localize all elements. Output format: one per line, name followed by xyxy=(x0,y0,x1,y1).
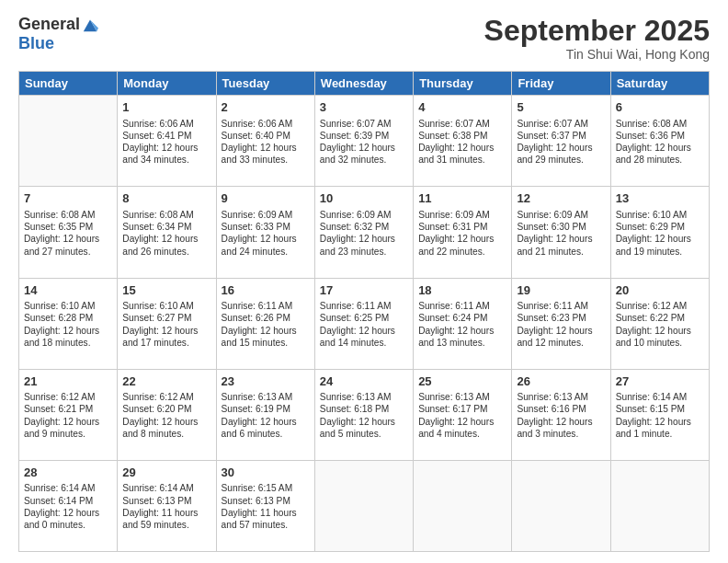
cell-content: Sunrise: 6:09 AM Sunset: 6:33 PM Dayligh… xyxy=(222,209,310,258)
table-cell: 13Sunrise: 6:10 AM Sunset: 6:29 PM Dayli… xyxy=(610,187,709,278)
day-number: 9 xyxy=(222,190,310,207)
cell-content: Sunrise: 6:13 AM Sunset: 6:17 PM Dayligh… xyxy=(418,391,506,440)
day-number: 23 xyxy=(222,373,310,390)
header-tuesday: Tuesday xyxy=(216,72,314,96)
day-number: 19 xyxy=(517,282,605,299)
cell-content: Sunrise: 6:12 AM Sunset: 6:21 PM Dayligh… xyxy=(24,391,112,440)
day-number: 29 xyxy=(122,465,210,481)
day-number: 18 xyxy=(418,282,506,299)
cell-content: Sunrise: 6:13 AM Sunset: 6:16 PM Dayligh… xyxy=(517,391,605,440)
table-cell: 12Sunrise: 6:09 AM Sunset: 6:30 PM Dayli… xyxy=(512,187,610,278)
table-cell: 28Sunrise: 6:14 AM Sunset: 6:14 PM Dayli… xyxy=(19,460,118,551)
day-number: 1 xyxy=(122,99,210,116)
table-cell: 5Sunrise: 6:07 AM Sunset: 6:37 PM Daylig… xyxy=(512,96,610,187)
cell-content: Sunrise: 6:08 AM Sunset: 6:36 PM Dayligh… xyxy=(616,118,704,167)
table-cell: 23Sunrise: 6:13 AM Sunset: 6:19 PM Dayli… xyxy=(216,369,314,460)
header-friday: Friday xyxy=(512,72,610,96)
table-cell: 24Sunrise: 6:13 AM Sunset: 6:18 PM Dayli… xyxy=(314,369,413,460)
table-cell: 1Sunrise: 6:06 AM Sunset: 6:41 PM Daylig… xyxy=(118,96,216,187)
cell-content: Sunrise: 6:11 AM Sunset: 6:26 PM Dayligh… xyxy=(222,300,310,349)
cell-content: Sunrise: 6:07 AM Sunset: 6:37 PM Dayligh… xyxy=(517,118,605,167)
table-cell: 10Sunrise: 6:09 AM Sunset: 6:32 PM Dayli… xyxy=(314,187,413,278)
day-number: 10 xyxy=(320,190,408,207)
month-title: September 2025 xyxy=(484,15,710,47)
day-number: 4 xyxy=(418,99,506,116)
cell-content: Sunrise: 6:10 AM Sunset: 6:29 PM Dayligh… xyxy=(616,209,704,258)
day-number: 26 xyxy=(517,373,605,390)
day-number: 5 xyxy=(517,99,605,116)
logo-blue: Blue xyxy=(18,34,54,53)
cell-content: Sunrise: 6:06 AM Sunset: 6:40 PM Dayligh… xyxy=(222,118,310,167)
cell-content: Sunrise: 6:14 AM Sunset: 6:15 PM Dayligh… xyxy=(616,391,704,440)
cell-content: Sunrise: 6:09 AM Sunset: 6:30 PM Dayligh… xyxy=(517,209,605,258)
cell-content: Sunrise: 6:12 AM Sunset: 6:20 PM Dayligh… xyxy=(122,391,210,440)
header-sunday: Sunday xyxy=(19,72,118,96)
cell-content: Sunrise: 6:12 AM Sunset: 6:22 PM Dayligh… xyxy=(616,300,704,349)
table-cell: 4Sunrise: 6:07 AM Sunset: 6:38 PM Daylig… xyxy=(414,96,512,187)
day-number: 20 xyxy=(616,282,704,299)
cell-content: Sunrise: 6:11 AM Sunset: 6:23 PM Dayligh… xyxy=(517,300,605,349)
cell-content: Sunrise: 6:10 AM Sunset: 6:27 PM Dayligh… xyxy=(122,300,210,349)
logo: General Blue xyxy=(18,15,98,53)
table-cell: 15Sunrise: 6:10 AM Sunset: 6:27 PM Dayli… xyxy=(118,278,216,369)
table-cell: 30Sunrise: 6:15 AM Sunset: 6:13 PM Dayli… xyxy=(216,460,314,551)
location: Tin Shui Wai, Hong Kong xyxy=(484,47,710,62)
table-cell xyxy=(19,96,118,187)
table-cell: 7Sunrise: 6:08 AM Sunset: 6:35 PM Daylig… xyxy=(19,187,118,278)
day-number: 14 xyxy=(24,282,112,299)
day-number: 28 xyxy=(24,465,112,481)
cell-content: Sunrise: 6:11 AM Sunset: 6:24 PM Dayligh… xyxy=(418,300,506,349)
cell-content: Sunrise: 6:09 AM Sunset: 6:31 PM Dayligh… xyxy=(418,209,506,258)
table-cell: 29Sunrise: 6:14 AM Sunset: 6:13 PM Dayli… xyxy=(118,460,216,551)
day-number: 11 xyxy=(418,190,506,207)
header-monday: Monday xyxy=(118,72,216,96)
table-cell: 8Sunrise: 6:08 AM Sunset: 6:34 PM Daylig… xyxy=(118,187,216,278)
day-number: 15 xyxy=(122,282,210,299)
calendar-table: Sunday Monday Tuesday Wednesday Thursday… xyxy=(18,71,710,552)
table-cell xyxy=(610,460,709,551)
table-cell: 16Sunrise: 6:11 AM Sunset: 6:26 PM Dayli… xyxy=(216,278,314,369)
day-number: 24 xyxy=(320,373,408,390)
table-cell: 19Sunrise: 6:11 AM Sunset: 6:23 PM Dayli… xyxy=(512,278,610,369)
table-cell: 18Sunrise: 6:11 AM Sunset: 6:24 PM Dayli… xyxy=(414,278,512,369)
day-number: 25 xyxy=(418,373,506,390)
table-cell xyxy=(314,460,413,551)
cell-content: Sunrise: 6:06 AM Sunset: 6:41 PM Dayligh… xyxy=(122,118,210,167)
day-number: 7 xyxy=(24,190,112,207)
header-thursday: Thursday xyxy=(414,72,512,96)
day-number: 3 xyxy=(320,99,408,116)
table-cell: 11Sunrise: 6:09 AM Sunset: 6:31 PM Dayli… xyxy=(414,187,512,278)
cell-content: Sunrise: 6:07 AM Sunset: 6:38 PM Dayligh… xyxy=(418,118,506,167)
day-number: 12 xyxy=(517,190,605,207)
cell-content: Sunrise: 6:14 AM Sunset: 6:14 PM Dayligh… xyxy=(24,482,112,531)
table-cell: 27Sunrise: 6:14 AM Sunset: 6:15 PM Dayli… xyxy=(610,369,709,460)
logo-text: General xyxy=(18,15,98,34)
day-number: 8 xyxy=(122,190,210,207)
day-number: 2 xyxy=(222,99,310,116)
table-cell: 22Sunrise: 6:12 AM Sunset: 6:20 PM Dayli… xyxy=(118,369,216,460)
day-number: 27 xyxy=(616,373,704,390)
day-number: 30 xyxy=(222,465,310,481)
table-cell: 25Sunrise: 6:13 AM Sunset: 6:17 PM Dayli… xyxy=(414,369,512,460)
table-cell: 21Sunrise: 6:12 AM Sunset: 6:21 PM Dayli… xyxy=(19,369,118,460)
table-cell xyxy=(414,460,512,551)
day-header-row: Sunday Monday Tuesday Wednesday Thursday… xyxy=(19,72,710,96)
header-saturday: Saturday xyxy=(610,72,709,96)
table-cell: 20Sunrise: 6:12 AM Sunset: 6:22 PM Dayli… xyxy=(610,278,709,369)
logo-icon xyxy=(82,17,98,33)
cell-content: Sunrise: 6:07 AM Sunset: 6:39 PM Dayligh… xyxy=(320,118,408,167)
day-number: 6 xyxy=(616,99,704,116)
cell-content: Sunrise: 6:09 AM Sunset: 6:32 PM Dayligh… xyxy=(320,209,408,258)
cell-content: Sunrise: 6:15 AM Sunset: 6:13 PM Dayligh… xyxy=(222,482,310,531)
table-cell xyxy=(512,460,610,551)
day-number: 16 xyxy=(222,282,310,299)
table-cell: 9Sunrise: 6:09 AM Sunset: 6:33 PM Daylig… xyxy=(216,187,314,278)
table-cell: 17Sunrise: 6:11 AM Sunset: 6:25 PM Dayli… xyxy=(314,278,413,369)
table-cell: 14Sunrise: 6:10 AM Sunset: 6:28 PM Dayli… xyxy=(19,278,118,369)
table-cell: 26Sunrise: 6:13 AM Sunset: 6:16 PM Dayli… xyxy=(512,369,610,460)
cell-content: Sunrise: 6:13 AM Sunset: 6:18 PM Dayligh… xyxy=(320,391,408,440)
day-number: 21 xyxy=(24,373,112,390)
header: General Blue September 2025 Tin Shui Wai… xyxy=(18,15,710,62)
cell-content: Sunrise: 6:14 AM Sunset: 6:13 PM Dayligh… xyxy=(122,482,210,531)
cell-content: Sunrise: 6:13 AM Sunset: 6:19 PM Dayligh… xyxy=(222,391,310,440)
